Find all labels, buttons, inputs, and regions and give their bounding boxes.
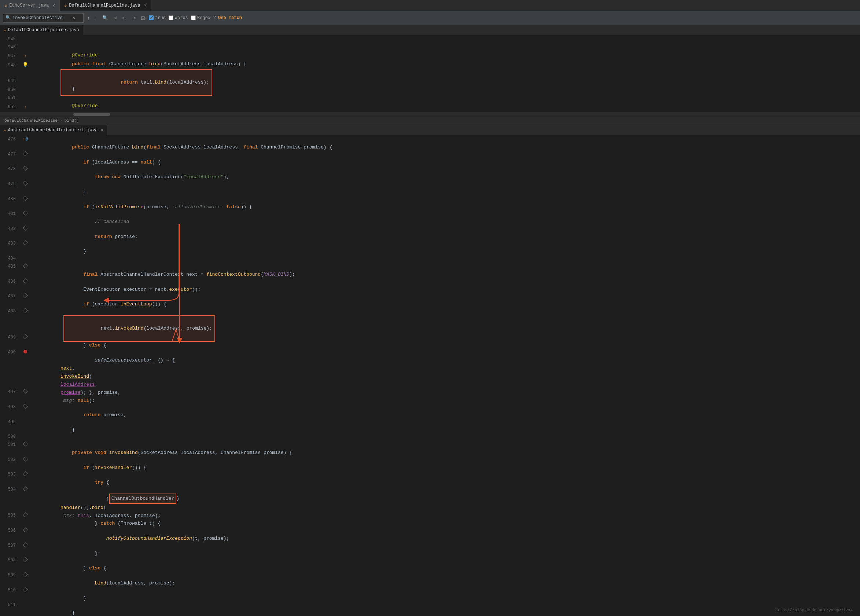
search-icon: 🔍 (6, 15, 11, 20)
gutter-486 (20, 279, 30, 283)
diamond-482 (23, 225, 28, 231)
code-line-477: 477 if (localAddress == null) { (0, 150, 860, 165)
help-icon[interactable]: ? (213, 16, 216, 20)
line-num-949: 949 (0, 77, 20, 85)
diamond-489 (23, 334, 28, 339)
line-num-479: 479 (0, 180, 20, 188)
code-line-478: 478 throw new NullPointerException("loca… (0, 165, 860, 180)
search-input-wrapper[interactable]: 🔍 ✕ (3, 13, 83, 23)
code-line-509: 509 bind(localAddress, promise); (0, 571, 860, 586)
code-line-501: 501 private void invokeBind(SocketAddres… (0, 441, 860, 456)
code-line-508: 508 } else { (0, 556, 860, 571)
code-line-502: 502 if (invokeHandler()) { (0, 456, 860, 471)
diamond-501 (23, 442, 28, 446)
gutter-479 (20, 181, 30, 185)
line-num-500: 500 (0, 433, 20, 441)
line-num-499: 499 (0, 418, 20, 426)
filter-btn3[interactable]: ⇥ (130, 14, 137, 21)
match-result: One match (218, 16, 242, 20)
gutter-488 (20, 309, 30, 313)
diamond-478 (23, 166, 28, 171)
gutter-503 (20, 472, 30, 476)
gutter-482 (20, 226, 30, 230)
line-num-490: 490 (0, 348, 20, 357)
tab-close-defaultchannelpipeline[interactable]: ✕ (144, 3, 147, 8)
line-num-483: 483 (0, 239, 20, 247)
code-line-504: 504 (ChannelOutboundHandler) handler()).… (0, 486, 860, 511)
line-num-946: 946 (0, 43, 20, 51)
bulb-icon-948[interactable]: 💡 (22, 61, 28, 69)
tab-close-bottom[interactable]: ✕ (101, 127, 104, 132)
code-line-499: 499 } (0, 418, 860, 433)
gutter-490 (20, 350, 30, 354)
tab-label-echoserver: EchoServer.java (9, 3, 49, 8)
line-num-509: 509 (0, 571, 20, 579)
line-num-952: 952 (0, 103, 20, 111)
arrow-up-icon-476: ↑ (23, 135, 25, 143)
line-num-503: 503 (0, 470, 20, 479)
match-case-label[interactable]: true (149, 16, 166, 20)
tab-close-echoserver[interactable]: ✕ (52, 3, 55, 8)
gutter-505 (20, 513, 30, 517)
code-line-950: 950 (0, 86, 860, 94)
filter-btn2[interactable]: ⇤ (121, 14, 128, 21)
java-icon: ☕ (5, 3, 7, 8)
regex-label[interactable]: Regex (191, 16, 210, 20)
code-line-500: 500 (0, 433, 860, 441)
bottom-code-area[interactable]: 476 ↑ @ public ChannelFuture bind(final … (0, 135, 860, 616)
code-line-485: 485 final AbstractChannelHandlerContext … (0, 262, 860, 278)
code-line-951: 951 @Override (0, 94, 860, 103)
pane-bottom-tab[interactable]: ☕ AbstractChannelHandlerContext.java ✕ (0, 125, 107, 135)
top-code-area[interactable]: 945 946 @Override 947 ↑ public (0, 35, 860, 116)
line-num-507: 507 (0, 542, 20, 550)
line-num-504: 504 (0, 486, 20, 493)
line-num-951: 951 (0, 94, 20, 102)
line-num-476: 476 (0, 135, 20, 143)
diamond-505 (23, 512, 28, 517)
filter-btn1[interactable]: ⇥ (112, 14, 119, 21)
match-case-text: true (155, 16, 166, 20)
gutter-489 (20, 335, 30, 338)
gutter-504 (20, 487, 30, 490)
breadcrumb-top: DefaultChannelPipeline › bind() (0, 116, 860, 125)
regex-text: Regex (197, 16, 210, 20)
gutter-506 (20, 528, 30, 532)
match-case-checkbox[interactable] (149, 16, 154, 20)
line-num-506: 506 (0, 526, 20, 534)
tab-defaultchannelpipeline[interactable]: ☕ DefaultChannelPipeline.java ✕ (60, 0, 151, 11)
diamond-488 (23, 308, 28, 313)
tab-echoserver[interactable]: ☕ EchoServer.java ✕ (0, 0, 60, 11)
diamond-477 (23, 151, 28, 156)
gutter-507 (20, 543, 30, 547)
search-bar: 🔍 ✕ ↑ ↓ 🔍 ⇥ ⇤ ⇥ ⊟ true Words Regex ? On (0, 11, 860, 25)
line-num-487: 487 (0, 292, 20, 300)
search-input[interactable] (13, 16, 71, 20)
diamond-510 (23, 587, 28, 592)
code-line-510: 510 } (0, 586, 860, 601)
gutter-509 (20, 573, 30, 577)
line-num-482: 482 (0, 225, 20, 233)
diamond-504 (23, 486, 28, 491)
breakpoint-dot-490[interactable] (24, 350, 27, 354)
regex-checkbox[interactable] (191, 16, 196, 20)
code-line-489: 489 } else { (0, 333, 860, 348)
code-line-487: 487 if (executor.inEventLoop()) { (0, 292, 860, 307)
pane-top-tab[interactable]: ☕ DefaultChannelPipeline.java (0, 25, 83, 35)
find-in-path-button[interactable]: 🔍 (101, 14, 110, 21)
code-line-490: 490 safeExecute(executor, () → { next. i… (0, 348, 860, 388)
words-label[interactable]: Words (169, 16, 188, 20)
diamond-508 (23, 557, 28, 562)
clear-search-icon[interactable]: ✕ (72, 16, 75, 20)
gutter-477 (20, 152, 30, 156)
words-checkbox[interactable] (169, 16, 173, 20)
scrollbar-h-top[interactable] (0, 112, 860, 116)
next-match-button[interactable]: ↓ (94, 14, 99, 21)
gutter-478 (20, 167, 30, 170)
prev-match-button[interactable]: ↑ (86, 14, 91, 21)
filter-button[interactable]: ⊟ (139, 14, 147, 22)
code-line-498: 498 return promise; (0, 403, 860, 418)
diamond-483 (23, 240, 28, 245)
gutter-502 (20, 457, 30, 461)
line-num-502: 502 (0, 456, 20, 464)
gutter-508 (20, 558, 30, 561)
